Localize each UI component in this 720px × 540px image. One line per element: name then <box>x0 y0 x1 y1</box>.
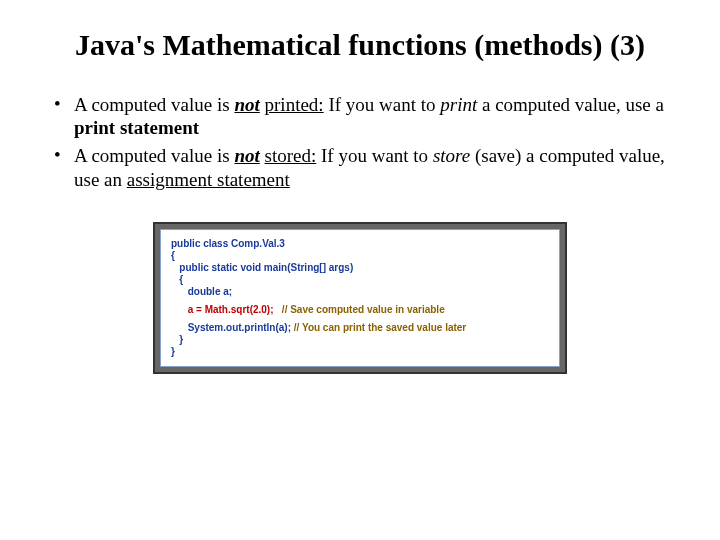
code-line: a = Math.sqrt(2.0); // Save computed val… <box>171 304 549 316</box>
text-store: store <box>433 145 470 166</box>
text-assignment-statement: assignment statement <box>127 169 290 190</box>
slide: Java's Mathematical functions (methods) … <box>0 0 720 540</box>
code-text: a = Math.sqrt(2.0); <box>171 304 282 315</box>
text-print-statement: print statement <box>74 117 199 138</box>
text: If you want to <box>324 94 441 115</box>
code-box: public class Comp.Val.3 { public static … <box>160 229 560 367</box>
text-printed: printed: <box>265 94 324 115</box>
code-line: } <box>171 334 549 346</box>
text: If you want to <box>316 145 433 166</box>
text-stored: stored: <box>265 145 317 166</box>
text: A computed value is <box>74 145 234 166</box>
code-line: public class Comp.Val.3 <box>171 238 549 250</box>
code-line: System.out.println(a); // You can print … <box>171 322 549 334</box>
text: A computed value is <box>74 94 234 115</box>
code-line: { <box>171 250 549 262</box>
code-frame: public class Comp.Val.3 { public static … <box>153 222 567 374</box>
code-container: public class Comp.Val.3 { public static … <box>40 222 680 374</box>
bullet-item-2: A computed value is not stored: If you w… <box>50 144 680 192</box>
text: a computed value, use a <box>477 94 664 115</box>
code-line: } <box>171 346 549 358</box>
bullet-item-1: A computed value is not printed: If you … <box>50 93 680 141</box>
code-comment: // Save computed value in variable <box>282 304 445 315</box>
slide-title: Java's Mathematical functions (methods) … <box>40 28 680 63</box>
code-line: { <box>171 274 549 286</box>
code-comment: // You can print the saved value later <box>294 322 466 333</box>
code-text: System.out.println(a); <box>171 322 294 333</box>
code-line: double a; <box>171 286 549 298</box>
text-not: not <box>234 145 259 166</box>
code-line: public static void main(String[] args) <box>171 262 549 274</box>
text-not: not <box>234 94 259 115</box>
text-print: print <box>440 94 477 115</box>
bullet-list: A computed value is not printed: If you … <box>40 93 680 192</box>
